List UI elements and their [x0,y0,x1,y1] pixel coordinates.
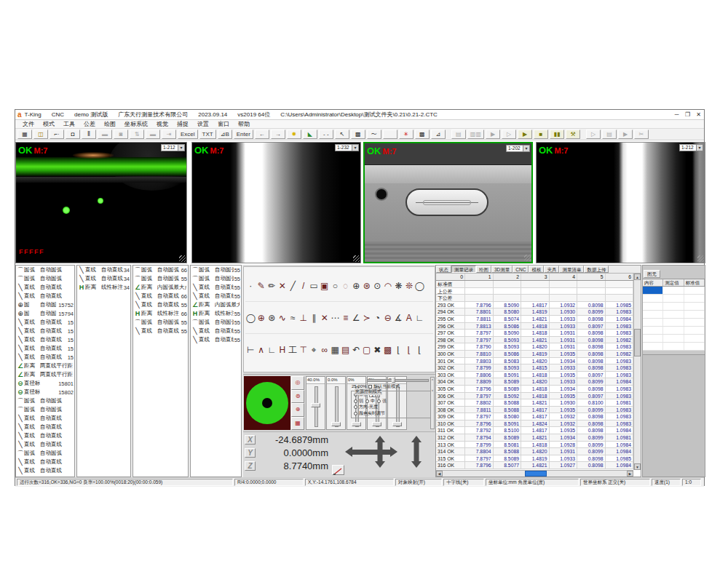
list-item[interactable]: ⌒圆弧自动圆弧 [16,266,74,274]
palette-tool-icon-r2-9[interactable]: ⋯ [330,313,341,323]
detail-row[interactable] [643,303,705,311]
list-item[interactable]: ⊖直径标注15801 [16,379,74,388]
table-row[interactable]: 298 OK7.87978.50931.48211.09310.80981.09… [436,337,633,344]
detail-row[interactable] [643,343,705,351]
chevron-down-icon[interactable]: ▾ [352,145,358,151]
palette-tool-icon-r1-12[interactable]: ⊛ [362,281,373,291]
light-select-button-1[interactable]: ◎ [291,376,304,390]
detail-cell[interactable] [684,327,705,334]
palette-tool-icon-r1-16[interactable]: ❊ [404,281,415,291]
palette-tool-icon-r2-4[interactable]: ∿ [277,313,288,323]
tab-5[interactable]: 模板 [529,266,544,273]
table-row[interactable]: 307 OK7.88028.50881.48211.09300.81001.09… [436,399,633,407]
menu-item-2[interactable]: 工具 [59,120,79,128]
list-item[interactable]: ╲直线自动直线15 [16,327,74,335]
list-item[interactable]: ∠距离两直线平行距 [16,370,74,379]
camera-view-1[interactable]: OKM:7 1-212▾ FFFFF [15,142,187,263]
menu-item-0[interactable]: 文件 [18,120,39,128]
toolbar-terrain-icon[interactable]: ◣ [303,129,317,139]
tab-1[interactable]: 测量记录 [451,266,476,273]
menu-item-5[interactable]: 坐标系统 [120,120,152,128]
list-item[interactable]: H距离线性标注66 [133,309,188,318]
palette-tool-icon-r3-16[interactable]: ⌊ [404,345,415,355]
toolbar-txt-button[interactable]: TXT [199,129,216,139]
tab-7[interactable]: 测量清单 [559,266,584,273]
palette-tool-icon-r1-9[interactable]: ○ [330,281,341,291]
palette-tool-icon-r3-4[interactable]: H [277,345,288,355]
toolbar-bulb-icon[interactable]: ✹ [287,129,301,139]
detail-row[interactable] [643,319,705,327]
palette-tool-icon-r2-5[interactable]: ≈ [288,313,298,323]
table-row[interactable]: 304 OK7.88098.50891.48201.09330.80991.09… [436,378,633,386]
tab-4[interactable]: CNC [513,266,529,273]
table-row[interactable]: 315 OK7.87978.50891.48191.09330.80981.09… [436,455,633,463]
palette-tool-icon-r3-11[interactable]: ↶ [351,345,362,355]
close-button[interactable]: ✕ [693,111,704,119]
palette-tool-icon-r1-10[interactable]: ◌ [341,281,352,291]
palette-tool-icon-r1-6[interactable]: / [298,281,309,291]
list-item[interactable]: ╲直线自动直线15 [16,344,74,353]
list-item[interactable]: ⌒圆弧自动圆弧 [16,274,74,283]
list-item[interactable]: ⌒圆弧自动圆弧66 [133,266,188,274]
resize-handle-icon[interactable] [179,255,186,262]
palette-tool-icon-r2-13[interactable]: ◔ [372,313,383,323]
list-item[interactable]: ╲直线自动直线 [16,414,74,423]
palette-tool-icon-r3-9[interactable]: ▦ [330,345,341,355]
toolbar-runner-icon[interactable]: ⚒ [566,129,580,139]
detail-cell[interactable] [643,343,663,350]
detail-cell[interactable] [684,335,705,342]
list-item[interactable]: ╲直线自动直线34 [77,266,130,274]
palette-tool-icon-r2-14[interactable]: ⊖ [383,313,394,323]
table-row[interactable]: 297 OK7.87978.50901.48181.09310.80981.09… [436,330,633,337]
scroll-up-icon[interactable]: ▲ [634,274,641,280]
tab-element[interactable]: 图元 [644,270,660,278]
list-item[interactable]: ╲直线自动直线55 [191,292,241,300]
list-item[interactable]: H距离线性标注55 [191,309,241,318]
list-item[interactable]: ╲直线自动直线 [16,292,74,300]
detail-cell[interactable] [643,295,663,302]
detail-cell[interactable] [684,311,705,318]
camera2-lens-select[interactable]: 1-232▾ [335,144,359,151]
toolbar-arrow-left-icon[interactable]: ← [255,129,269,139]
toolbar-dash-icon[interactable]: - - [319,129,333,139]
light-select-button-4[interactable]: ▦ [291,417,304,431]
status-section-6[interactable]: 世界坐标系 正交(关) [580,479,650,486]
palette-tool-icon-r2-1[interactable]: ◯ [245,313,256,323]
menu-item-4[interactable]: 绘图 [100,120,120,128]
palette-tool-icon-r2-3[interactable]: ⊛ [266,313,277,323]
list-item[interactable]: ╲直线自动直线55 [133,327,188,335]
detail-cell[interactable] [663,343,684,350]
camera-view-4[interactable]: OKM:7 1-212▾ [536,142,705,263]
list-item[interactable]: ╲直线自动直线15 [16,318,74,327]
palette-tool-icon-r2-10[interactable]: ≡ [341,313,352,323]
detail-cell[interactable] [684,319,705,326]
detail-row[interactable] [643,287,705,295]
tab-3[interactable]: 3D测量 [491,266,513,273]
menu-item-10[interactable]: 帮助 [234,120,254,128]
scroll-left-icon[interactable]: ◀ [436,471,443,477]
menu-item-1[interactable]: 模式 [39,120,59,128]
menu-item-7[interactable]: 捕捉 [173,120,193,128]
palette-tool-icon-r3-1[interactable]: ⊢ [245,345,256,355]
palette-tool-icon-r1-15[interactable]: ❋ [393,281,404,291]
resize-handle-icon[interactable] [353,255,360,262]
table-row-下公差[interactable]: 下公差 [436,295,633,302]
palette-tool-icon-r2-11[interactable]: ∠ [351,313,362,323]
table-row[interactable]: 296 OK7.88138.50861.48181.09330.80971.09… [436,323,633,330]
detail-cell[interactable] [663,327,684,334]
color-adjust-radio[interactable] [354,412,357,415]
table-row[interactable]: 293 OK7.87968.50901.48171.09320.80981.09… [436,302,633,309]
palette-tool-icon-r3-12[interactable]: ▢ [362,345,373,355]
scrollbar-thumb[interactable] [525,471,547,477]
palette-tool-icon-r1-2[interactable]: ✎ [256,281,267,291]
palette-tool-icon-r3-8[interactable]: ∞ [320,345,331,355]
table-horizontal-scrollbar[interactable]: ◀ ▶ [436,470,633,477]
menu-item-6[interactable]: 视觉 [152,120,173,128]
camera-view-2[interactable]: OKM:7 1-232▾ [191,142,361,263]
list-item[interactable]: ⌒圆弧自动圆弧55 [133,274,188,283]
list-item[interactable]: ╲直线自动直线 [16,423,74,431]
list-item[interactable]: ╲直线自动直线55 [133,300,188,309]
resize-handle-icon[interactable] [697,255,704,262]
scrollbar-thumb[interactable] [634,329,641,356]
list-item[interactable]: ╲直线自动直线55 [191,327,241,335]
